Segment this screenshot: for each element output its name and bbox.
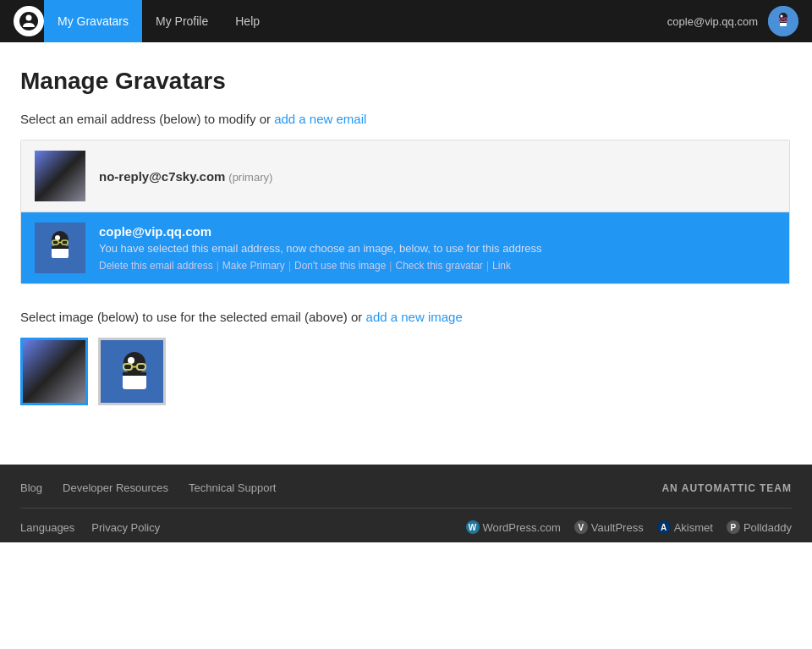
email-selected-subtitle: You have selected this email address, no… bbox=[99, 242, 776, 255]
svg-point-4 bbox=[781, 15, 783, 18]
sep-1: | bbox=[217, 260, 219, 272]
svg-point-13 bbox=[55, 235, 60, 240]
image-thumb-1[interactable] bbox=[20, 338, 88, 405]
footer-brand: AN AUTOMATTIC TEAM bbox=[661, 482, 792, 494]
svg-point-1 bbox=[26, 15, 32, 21]
select-email-instruction: Select an email address (below) to modif… bbox=[20, 112, 792, 126]
svg-rect-15 bbox=[52, 246, 69, 249]
email-address-1: no-reply@c7sky.com bbox=[99, 169, 225, 184]
email-actions: Delete this email address | Make Primary… bbox=[99, 260, 776, 272]
footer-wordpress-link[interactable]: W WordPress.com bbox=[466, 520, 561, 534]
gravatar-logo-icon bbox=[19, 12, 38, 30]
add-new-email-link[interactable]: add a new email bbox=[274, 112, 366, 126]
email-thumb-1 bbox=[35, 151, 85, 201]
svg-point-12 bbox=[52, 231, 69, 248]
svg-rect-23 bbox=[123, 372, 146, 376]
make-primary-link[interactable]: Make Primary bbox=[222, 260, 285, 272]
nav-help[interactable]: Help bbox=[222, 0, 273, 42]
footer-links: Blog Developer Resources Technical Suppo… bbox=[20, 481, 276, 494]
svg-point-0 bbox=[19, 12, 38, 30]
main-nav: My Gravatars My Profile Help bbox=[44, 0, 273, 42]
check-gravatar-link[interactable]: Check this gravatar bbox=[395, 260, 482, 272]
image-avatar-2 bbox=[101, 340, 166, 405]
footer: Blog Developer Resources Technical Suppo… bbox=[0, 465, 812, 542]
avatar-image bbox=[768, 6, 798, 36]
polldaddy-icon: P bbox=[727, 520, 740, 534]
email-info-1: no-reply@c7sky.com (primary) bbox=[99, 169, 776, 184]
footer-partner-links: W WordPress.com V VaultPress A Akismet P… bbox=[466, 520, 792, 534]
akismet-icon: A bbox=[657, 520, 671, 534]
nav-my-profile[interactable]: My Profile bbox=[142, 0, 222, 42]
svg-rect-7 bbox=[780, 22, 787, 23]
page-title: Manage Gravatars bbox=[20, 68, 792, 95]
footer-top: Blog Developer Resources Technical Suppo… bbox=[20, 481, 792, 509]
footer-left-links: Languages Privacy Policy bbox=[20, 521, 160, 534]
footer-polldaddy-link[interactable]: P Polldaddy bbox=[727, 520, 792, 534]
footer-akismet-link[interactable]: A Akismet bbox=[657, 520, 713, 534]
vaultpress-icon: V bbox=[574, 520, 588, 534]
email-avatar-2 bbox=[35, 223, 85, 273]
main-content: Manage Gravatars Select an email address… bbox=[0, 42, 812, 431]
email-info-2: cople@vip.qq.com You have selected this … bbox=[99, 224, 776, 272]
sep-4: | bbox=[486, 260, 489, 272]
gravatar-logo[interactable] bbox=[14, 6, 44, 36]
email-thumb-2 bbox=[35, 223, 85, 273]
footer-privacy-link[interactable]: Privacy Policy bbox=[91, 521, 160, 534]
email-list: no-reply@c7sky.com (primary) bbox=[20, 140, 790, 284]
select-image-instruction: Select image (below) to use for the sele… bbox=[20, 310, 792, 324]
footer-tech-support-link[interactable]: Technical Support bbox=[189, 481, 276, 494]
email-primary-tag: (primary) bbox=[228, 171, 272, 184]
wordpress-icon: W bbox=[466, 520, 480, 534]
email-row-2[interactable]: cople@vip.qq.com You have selected this … bbox=[21, 212, 789, 283]
header-right: cople@vip.qq.com bbox=[667, 6, 798, 36]
email-row-1[interactable]: no-reply@c7sky.com (primary) bbox=[21, 140, 789, 212]
nav-my-gravatars[interactable]: My Gravatars bbox=[44, 0, 142, 42]
image-grid bbox=[20, 338, 792, 405]
sep-2: | bbox=[288, 260, 291, 272]
email-address-2: cople@vip.qq.com bbox=[99, 224, 776, 239]
link-link[interactable]: Link bbox=[492, 260, 511, 272]
no-image-link[interactable]: Don't use this image bbox=[294, 260, 386, 272]
header-user-email: cople@vip.qq.com bbox=[667, 15, 758, 28]
sep-3: | bbox=[389, 260, 392, 272]
delete-email-link[interactable]: Delete this email address bbox=[99, 260, 213, 272]
footer-vaultpress-link[interactable]: V VaultPress bbox=[574, 520, 644, 534]
footer-blog-link[interactable]: Blog bbox=[20, 481, 42, 494]
header-avatar[interactable] bbox=[768, 6, 798, 36]
footer-bottom: Languages Privacy Policy W WordPress.com… bbox=[20, 509, 792, 534]
header: My Gravatars My Profile Help cople@vip.q… bbox=[0, 0, 812, 42]
svg-point-21 bbox=[128, 357, 134, 364]
footer-languages-link[interactable]: Languages bbox=[20, 521, 74, 534]
footer-dev-resources-link[interactable]: Developer Resources bbox=[63, 481, 168, 494]
add-new-image-link[interactable]: add a new image bbox=[366, 310, 463, 324]
image-thumb-2[interactable] bbox=[98, 338, 166, 405]
